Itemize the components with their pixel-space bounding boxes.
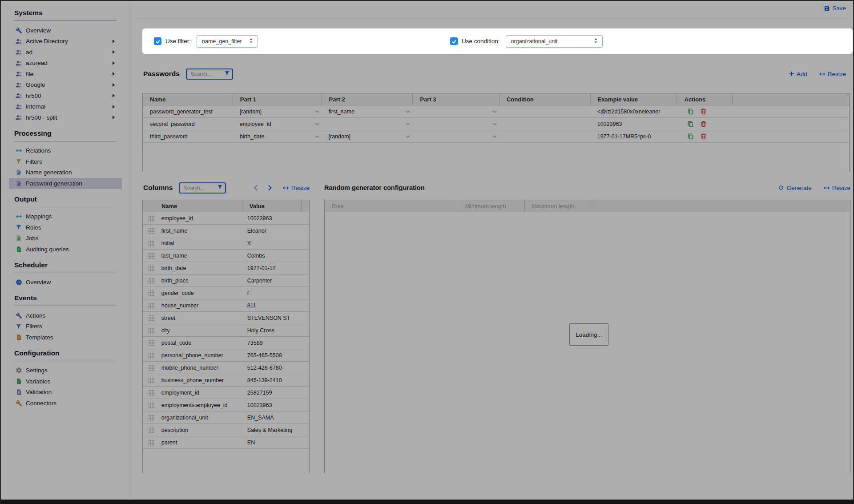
generator-resize-button[interactable]: Resize xyxy=(823,185,850,191)
drag-handle-icon[interactable] xyxy=(148,352,154,359)
column-header xyxy=(732,93,849,105)
page-previous-button[interactable] xyxy=(252,184,259,191)
drag-handle-icon[interactable] xyxy=(148,439,154,446)
drag-cell xyxy=(143,250,155,262)
sidebar-item-active-directory[interactable]: Active Directory xyxy=(9,36,122,47)
select-spinner-icon xyxy=(248,37,254,45)
drag-handle-icon[interactable] xyxy=(148,427,154,433)
columns-table: NameValueemployee_id10023963first_nameEl… xyxy=(142,200,310,473)
part-select[interactable] xyxy=(412,130,499,142)
sidebar-item-roles[interactable]: Roles xyxy=(9,222,122,233)
sidebar-item-actions[interactable]: Actions xyxy=(9,310,122,321)
sidebar-item-templates[interactable]: Templates xyxy=(9,332,122,343)
chevron-down-icon xyxy=(492,109,497,116)
sidebar-item-label: ad xyxy=(26,49,32,56)
sidebar-item-filters[interactable]: Filters xyxy=(9,156,122,167)
part-select[interactable]: birth_date xyxy=(233,130,322,142)
page-next-button[interactable] xyxy=(266,184,274,191)
column-row: postal_code73589 xyxy=(143,337,309,349)
drag-handle-icon[interactable] xyxy=(148,253,154,259)
sidebar-item-name-generation[interactable]: Name generation xyxy=(9,167,122,178)
sidebar-item-relations[interactable]: Relations xyxy=(9,145,122,157)
sidebar-item-variables[interactable]: Variables xyxy=(9,376,122,387)
column-name-cell: personal_phone_number xyxy=(155,349,242,361)
use-condition-checkbox[interactable] xyxy=(450,37,458,45)
sidebar-item-file[interactable]: file xyxy=(9,69,122,80)
drag-handle-icon[interactable] xyxy=(148,415,154,421)
drag-handle-icon[interactable] xyxy=(148,265,154,271)
drag-handle-icon[interactable] xyxy=(148,315,154,321)
drag-cell xyxy=(143,362,155,374)
sidebar-item-overview[interactable]: Overview xyxy=(9,277,122,288)
copy-button[interactable] xyxy=(687,133,694,140)
drag-handle-icon[interactable] xyxy=(148,365,154,371)
sidebar-item-filters[interactable]: Filters xyxy=(9,321,122,332)
column-value-cell: Y. xyxy=(242,237,301,249)
part-select[interactable] xyxy=(412,105,499,117)
column-value-cell: Sales & Marketing xyxy=(242,424,301,436)
part-select[interactable] xyxy=(412,118,499,130)
sidebar-item-jobs[interactable]: Jobs xyxy=(9,233,122,244)
delete-button[interactable] xyxy=(700,121,707,127)
drag-handle-icon[interactable] xyxy=(148,340,154,346)
columns-search-input[interactable] xyxy=(183,185,217,191)
column-header: Part 1 xyxy=(233,93,322,105)
drag-cell xyxy=(143,299,155,311)
columns-resize-button[interactable]: Resize xyxy=(282,185,310,191)
sidebar-item-ad[interactable]: ad xyxy=(9,47,122,58)
drag-handle-icon[interactable] xyxy=(148,215,154,222)
drag-handle-icon[interactable] xyxy=(148,240,154,246)
use-filter-checkbox[interactable] xyxy=(154,37,161,45)
delete-button[interactable] xyxy=(700,133,707,140)
copy-button[interactable] xyxy=(687,121,694,127)
sidebar-item-hr500[interactable]: hr500 xyxy=(9,90,122,101)
column-value-cell: Eleanor xyxy=(242,225,301,237)
save-button[interactable]: Save xyxy=(824,5,846,12)
sidebar-item-internal[interactable]: internal xyxy=(9,101,122,113)
chevron-down-icon xyxy=(314,109,320,116)
sidebar-item-password-generation[interactable]: Password generation xyxy=(9,178,122,189)
columns-header: Columns Resize xyxy=(143,181,310,195)
part-select[interactable]: employee_id xyxy=(233,118,322,130)
part-select[interactable]: [random] xyxy=(322,130,413,142)
expand-chevron-icon xyxy=(113,94,115,97)
filter-select[interactable]: name_gen_filter xyxy=(197,35,258,48)
part-select[interactable]: first_name xyxy=(322,105,413,117)
part-select[interactable] xyxy=(322,118,413,130)
drag-handle-icon[interactable] xyxy=(148,390,154,396)
copy-button[interactable] xyxy=(687,108,694,115)
sidebar-item-connectors[interactable]: Connectors xyxy=(9,398,122,409)
passwords-resize-button[interactable]: Resize xyxy=(819,71,846,77)
sidebar-item-settings[interactable]: Settings xyxy=(9,365,122,376)
column-header xyxy=(301,200,309,212)
sidebar-item-overview[interactable]: Overview xyxy=(9,25,122,36)
sidebar-item-label: Templates xyxy=(26,334,53,341)
add-password-button[interactable]: Add xyxy=(789,71,807,77)
sidebar-item-azuread[interactable]: azuread xyxy=(9,58,122,69)
sidebar-item-google[interactable]: Google xyxy=(9,80,122,91)
column-value-cell: 10023963 xyxy=(242,212,301,224)
drag-handle-icon[interactable] xyxy=(148,278,154,284)
sidebar-item-validation[interactable]: Validation xyxy=(9,387,122,398)
passwords-search-input[interactable] xyxy=(190,71,224,77)
drag-handle-icon[interactable] xyxy=(148,327,154,334)
sidebar-item-auditing-queries[interactable]: Auditing queries xyxy=(9,244,122,255)
part-select[interactable]: [random] xyxy=(233,105,322,117)
drag-cell xyxy=(143,337,155,349)
password-row: second_passwordemployee_id10023963 xyxy=(143,118,849,130)
filter-funnel-icon xyxy=(217,184,223,192)
condition-select[interactable]: organizational_unit xyxy=(506,35,603,48)
drag-handle-icon[interactable] xyxy=(148,302,154,309)
drag-handle-icon[interactable] xyxy=(148,402,154,408)
delete-button[interactable] xyxy=(700,108,707,115)
sidebar-item-hr500-split[interactable]: hr500 - split xyxy=(9,112,122,123)
column-row: organizational_unitEN_SAMA xyxy=(143,411,309,424)
drag-handle-icon[interactable] xyxy=(148,377,154,383)
drag-handle-icon[interactable] xyxy=(148,290,154,296)
generate-button[interactable]: Generate xyxy=(778,185,811,191)
sidebar-item-mappings[interactable]: Mappings xyxy=(9,211,122,222)
column-name-cell: organizational_unit xyxy=(155,411,242,423)
drag-handle-icon[interactable] xyxy=(148,228,154,234)
app-window: SystemsOverviewActive Directoryadazuread… xyxy=(0,0,854,504)
sidebar-item-label: Connectors xyxy=(26,400,56,407)
